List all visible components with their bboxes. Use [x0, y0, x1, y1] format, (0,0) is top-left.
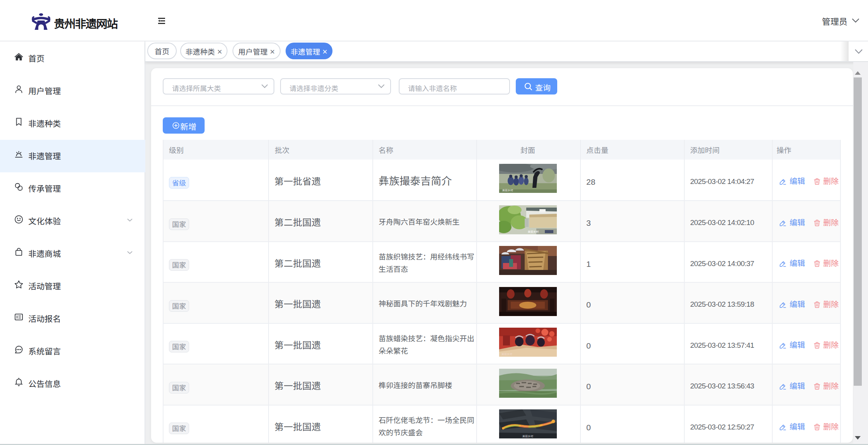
svg-text:美丽乡村: 美丽乡村	[502, 188, 513, 192]
svg-text:美丽乡村: 美丽乡村	[501, 352, 512, 356]
svg-text:美丽乡村: 美丽乡村	[528, 230, 539, 234]
svg-text:美丽乡村: 美丽乡村	[522, 434, 533, 438]
